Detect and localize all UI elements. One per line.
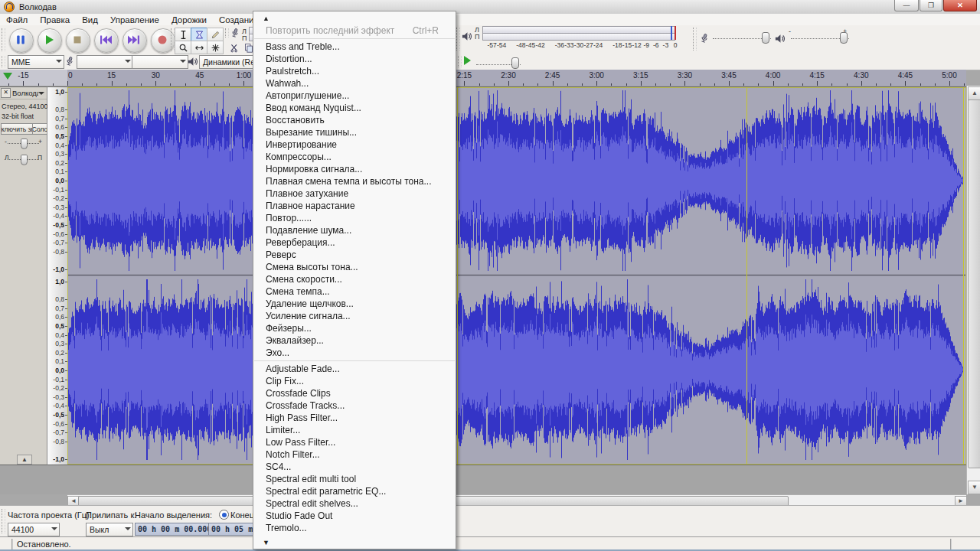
menu-item-effect[interactable]: Low Pass Filter...: [253, 436, 456, 448]
menu-scroll-down[interactable]: ▼: [253, 536, 456, 549]
pinned-playhead-icon[interactable]: [3, 73, 12, 84]
recording-meter-grip[interactable]: [225, 28, 229, 37]
menu-item-effect[interactable]: Distortion...: [253, 53, 456, 65]
minimize-button[interactable]: —: [894, 0, 919, 11]
menu-item-effect[interactable]: SC4...: [253, 461, 456, 473]
menu-item-effect[interactable]: Paulstretch...: [253, 65, 456, 77]
menu-item-effect[interactable]: Wahwah...: [253, 77, 456, 90]
vertical-scrollbar[interactable]: ▲ ▼: [966, 86, 980, 494]
vertical-ruler[interactable]: 1,00,80,70,60,50,40,30,20,10,0-0,1-0,2-0…: [47, 86, 67, 465]
menu-item-effect[interactable]: Spectral edit shelves...: [253, 497, 456, 510]
recording-device-select[interactable]: [77, 55, 133, 69]
transport-toolbar-grip[interactable]: [2, 28, 5, 51]
waveform-view[interactable]: [67, 86, 966, 465]
menu-item-effect[interactable]: Плавное нарастание: [253, 200, 456, 212]
end-radio-button[interactable]: [219, 510, 229, 520]
menu-item-effect[interactable]: Плавное затухание: [253, 187, 456, 200]
menu-item-effect[interactable]: Реверс: [253, 249, 456, 261]
menu-item-effect[interactable]: Смена высоты тона...: [253, 261, 456, 273]
forward-button[interactable]: [122, 28, 147, 53]
menu-scroll-up[interactable]: ▲: [253, 11, 456, 24]
gain-slider[interactable]: - +: [5, 138, 42, 148]
selection-tool[interactable]: [175, 28, 191, 41]
menu-item-effect[interactable]: Notch Filter...: [253, 448, 456, 461]
mute-button[interactable]: Отключить звук: [1, 123, 33, 135]
menubar-item-tracks[interactable]: Дорожки: [165, 15, 213, 25]
multi-tool[interactable]: [207, 41, 224, 54]
menu-item-effect[interactable]: Ввод команд Nyquist...: [253, 102, 456, 114]
menu-item-effect[interactable]: Spectral edit multi tool: [253, 473, 456, 485]
snap-to-select[interactable]: Выкл: [86, 523, 133, 536]
play-button[interactable]: [38, 28, 62, 53]
audio-host-select[interactable]: MME: [8, 55, 64, 69]
mixer-toolbar-grip[interactable]: [693, 28, 697, 51]
menu-item-effect[interactable]: Эквалайзер...: [253, 334, 456, 347]
menu-item-effect[interactable]: Studio Fade Out: [253, 510, 456, 522]
selection-toolbar-grip[interactable]: [2, 509, 5, 533]
play-speed-slider[interactable]: [511, 57, 519, 69]
pause-button[interactable]: [9, 28, 34, 53]
track-menu-arrow-icon[interactable]: [38, 92, 44, 98]
menu-item-effect[interactable]: Восстановить: [253, 114, 456, 126]
menu-item-effect[interactable]: Смена скорости...: [253, 273, 456, 285]
restore-button[interactable]: ❐: [920, 0, 942, 11]
menubar-item-edit[interactable]: Правка: [34, 15, 76, 25]
playback-meter-bar-right[interactable]: [482, 33, 675, 41]
menu-item-effect[interactable]: Плавная смена темпа и высоты тона...: [253, 175, 456, 187]
track-collapse-button[interactable]: ▲: [17, 455, 32, 465]
zoom-tool[interactable]: [175, 41, 191, 54]
menu-item-effect[interactable]: Эхо...: [253, 347, 456, 359]
playback-volume-slider[interactable]: [840, 32, 848, 44]
pan-slider-thumb[interactable]: [21, 155, 28, 165]
horizontal-scrollbar[interactable]: ◄ ►: [0, 494, 980, 505]
menubar-item-view[interactable]: Вид: [76, 15, 104, 25]
menu-item-effect[interactable]: Усиление сигнала...: [253, 310, 456, 322]
gain-slider-thumb[interactable]: [21, 139, 28, 149]
envelope-tool[interactable]: [191, 28, 207, 41]
menu-item-effect[interactable]: Повтор......: [253, 212, 456, 224]
menu-item-effect[interactable]: Автоприглушение...: [253, 90, 456, 102]
menu-item-effect[interactable]: Инвертирование: [253, 139, 456, 151]
solo-button[interactable]: Соло: [32, 123, 47, 135]
stop-button[interactable]: [66, 28, 90, 53]
menu-item-effect[interactable]: Вырезание тишины...: [253, 126, 456, 139]
menu-item-effect[interactable]: Spectral edit parametric EQ...: [253, 485, 456, 497]
timeline-ruler[interactable]: -1501530451:001:151:301:452:002:152:302:…: [0, 70, 966, 86]
playback-device-select[interactable]: Динамики (Re: [199, 55, 261, 69]
device-toolbar-grip[interactable]: [2, 56, 5, 67]
menubar-item-transport[interactable]: Управление: [104, 15, 165, 25]
close-button[interactable]: ✕: [943, 0, 977, 11]
draw-tool[interactable]: [207, 28, 224, 41]
scroll-up-arrow[interactable]: ▲: [968, 86, 980, 100]
recording-channels-select[interactable]: [132, 55, 188, 69]
menu-item-effect[interactable]: Bass and Treble...: [253, 41, 456, 53]
menu-item-effect[interactable]: Подавление шума...: [253, 224, 456, 236]
rewind-button[interactable]: [94, 28, 119, 53]
project-rate-select[interactable]: 44100: [8, 523, 60, 536]
recording-volume-slider[interactable]: [762, 32, 769, 44]
selection-start-field[interactable]: 00 h 00 m 00.000 s ▼: [135, 523, 210, 536]
playback-meter-grip[interactable]: [456, 28, 460, 51]
menu-item-effect[interactable]: Limiter...: [253, 424, 456, 436]
timeshift-tool[interactable]: [191, 41, 207, 54]
menu-item-effect[interactable]: Crossfade Tracks...: [253, 399, 456, 412]
track-close-button[interactable]: ✕: [1, 88, 11, 98]
scroll-down-arrow[interactable]: ▼: [968, 481, 980, 494]
menu-item-effect[interactable]: Adjustable Fade...: [253, 363, 456, 375]
menu-item-effect[interactable]: Реверберация...: [253, 236, 456, 249]
vertical-scroll-thumb[interactable]: [968, 99, 980, 468]
menu-item-effect[interactable]: Clip Fix...: [253, 375, 456, 387]
menu-item-effect[interactable]: Нормировка сигнала...: [253, 163, 456, 175]
menu-item-effect[interactable]: Фейзеры...: [253, 322, 456, 334]
horizontal-scroll-track[interactable]: ◄ ►: [67, 494, 966, 506]
play-at-speed-button[interactable]: [464, 56, 475, 65]
menu-item-effect[interactable]: Компрессоры...: [253, 151, 456, 163]
cut-icon[interactable]: [230, 42, 240, 52]
menu-item-effect[interactable]: Удаление щелчков...: [253, 298, 456, 310]
menu-item-effect[interactable]: Смена темпа...: [253, 285, 456, 298]
transcription-toolbar-grip[interactable]: [458, 56, 462, 67]
menu-item-effect[interactable]: Tremolo...: [253, 522, 456, 534]
menu-item-effect[interactable]: Crossfade Clips: [253, 387, 456, 399]
menu-item-effect[interactable]: High Pass Filter...: [253, 412, 456, 424]
menubar-item-file[interactable]: Файл: [0, 15, 34, 25]
